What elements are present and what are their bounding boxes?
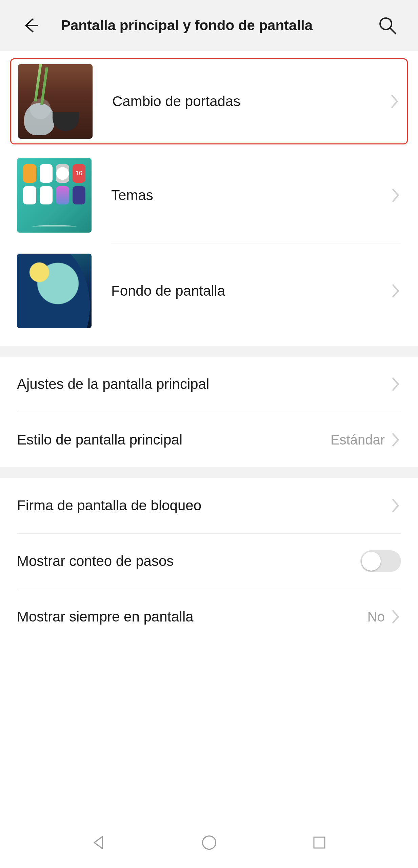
chevron-right-icon (391, 376, 401, 393)
search-icon (378, 16, 397, 35)
lock-screen-section: Firma de pantalla de bloqueo Mostrar con… (0, 478, 418, 644)
nav-back-button[interactable] (87, 831, 111, 854)
highlighted-item: Cambio de portadas (10, 58, 408, 144)
svg-point-1 (202, 836, 216, 849)
chevron-right-icon (391, 497, 401, 514)
row-value: No (367, 609, 385, 625)
thumbnail-wallpaper (17, 254, 92, 328)
row-label: Mostrar siempre en pantalla (17, 609, 367, 625)
square-recents-icon (311, 834, 327, 851)
nav-recents-button[interactable] (307, 831, 331, 854)
chevron-right-icon (390, 93, 400, 110)
row-step-count[interactable]: Mostrar conteo de pasos (0, 534, 418, 589)
row-label: Mostrar conteo de pasos (17, 553, 360, 569)
toggle-knob (362, 552, 381, 571)
circle-home-icon (200, 834, 218, 851)
search-button[interactable] (376, 14, 399, 37)
arrow-left-icon (21, 16, 40, 35)
row-homescreen-settings[interactable]: Ajustes de la pantalla principal (0, 357, 418, 412)
row-value: Estándar (331, 432, 385, 448)
row-label: Fondo de pantalla (111, 283, 391, 299)
chevron-right-icon (391, 187, 401, 204)
row-label: Estilo de pantalla principal (17, 432, 331, 448)
system-navigation-bar (0, 817, 418, 868)
thumbnail-magazine (18, 64, 93, 139)
row-always-on-display[interactable]: Mostrar siempre en pantalla No (0, 589, 418, 644)
triangle-back-icon (90, 834, 107, 851)
row-label: Ajustes de la pantalla principal (17, 376, 391, 392)
row-wallpaper[interactable]: Fondo de pantalla (0, 243, 418, 338)
nav-home-button[interactable] (197, 831, 221, 854)
back-button[interactable] (19, 14, 42, 37)
row-lockscreen-signature[interactable]: Firma de pantalla de bloqueo (0, 478, 418, 533)
home-screen-section: Ajustes de la pantalla principal Estilo … (0, 357, 418, 467)
row-label: Cambio de portadas (112, 93, 390, 110)
row-label: Firma de pantalla de bloqueo (17, 497, 391, 514)
row-label: Temas (111, 187, 391, 203)
svg-rect-2 (314, 837, 325, 848)
page-title: Pantalla principal y fondo de pantalla (61, 17, 376, 34)
row-homescreen-style[interactable]: Estilo de pantalla principal Estándar (0, 412, 418, 467)
chevron-right-icon (391, 282, 401, 299)
app-header: Pantalla principal y fondo de pantalla (0, 0, 418, 51)
chevron-right-icon (391, 431, 401, 448)
row-magazine-unlock[interactable]: Cambio de portadas (18, 64, 400, 139)
row-themes[interactable]: Temas (0, 148, 418, 243)
step-count-toggle[interactable] (360, 550, 401, 572)
chevron-right-icon (391, 608, 401, 625)
thumbnail-themes (17, 158, 92, 233)
appearance-section: Cambio de portadas Temas (0, 51, 418, 346)
